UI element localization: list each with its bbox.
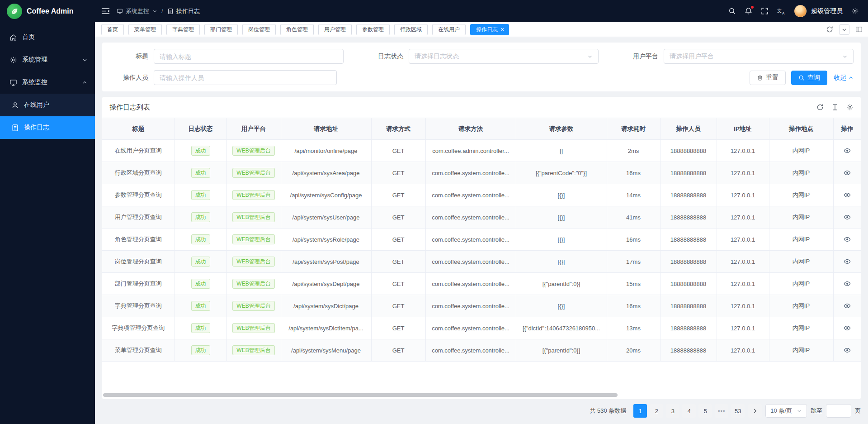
bell-icon[interactable] [745, 7, 752, 15]
table-row: 字典项管理分页查询成功WEB管理后台/api/system/sysDictIte… [102, 317, 861, 339]
view-detail-eye-icon[interactable] [844, 214, 851, 221]
cell-operator: 18888888888 [660, 251, 717, 273]
fullscreen-icon[interactable] [761, 7, 769, 15]
cell-actions [833, 184, 861, 206]
view-detail-eye-icon[interactable] [844, 347, 851, 354]
cell-request-url: /api/system/sysRole/page [281, 229, 371, 251]
search-icon[interactable] [728, 7, 736, 15]
tab-5[interactable]: 角色管理 [280, 24, 314, 35]
horizontal-scrollbar-thumb[interactable] [103, 393, 618, 397]
title-filter-label: 标题 [109, 52, 154, 61]
cell-request-params: [] [516, 140, 607, 162]
tab-2[interactable]: 字典管理 [166, 24, 200, 35]
collapse-toggle[interactable]: 收起 [834, 74, 854, 82]
next-page-button[interactable] [748, 404, 762, 418]
page-button-4[interactable]: 4 [682, 404, 696, 418]
column-header: 日志状态 [175, 118, 226, 140]
breadcrumb: 系统监控 / 操作日志 [117, 7, 200, 15]
platform-filter-select[interactable]: 请选择用户平台 [664, 49, 854, 64]
view-detail-eye-icon[interactable] [844, 302, 851, 310]
tab-9[interactable]: 在线用户 [432, 24, 466, 35]
search-button[interactable]: 查询 [791, 71, 827, 85]
status-badge: 成功 [191, 301, 210, 311]
operator-filter-input[interactable] [154, 70, 337, 85]
view-detail-eye-icon[interactable] [844, 258, 851, 265]
sidebar-item-1[interactable]: 系统管理 [0, 48, 95, 71]
jump-page-input[interactable] [826, 404, 851, 418]
cell-duration: 15ms [607, 273, 660, 295]
cell-operator: 18888888888 [660, 140, 717, 162]
tab-close-icon[interactable]: × [500, 26, 504, 33]
tab-menu-dropdown[interactable] [839, 24, 849, 35]
tab-bar-actions [826, 24, 863, 35]
status-filter-select[interactable]: 请选择日志状态 [409, 49, 599, 64]
sidebar-item-0[interactable]: 首页 [0, 26, 95, 48]
sidebar-item-3[interactable]: 在线用户 [0, 94, 95, 116]
platform-badge: WEB管理后台 [232, 279, 274, 289]
refresh-icon[interactable] [826, 26, 833, 33]
translate-icon[interactable]: 文A [777, 7, 786, 15]
page-button-3[interactable]: 3 [666, 404, 679, 418]
view-detail-eye-icon[interactable] [844, 236, 851, 243]
view-detail-eye-icon[interactable] [844, 191, 851, 199]
cell-duration: 16ms [607, 162, 660, 184]
sidebar-item-label: 系统管理 [22, 56, 82, 64]
layout-columns-icon[interactable] [855, 26, 863, 33]
tab-4[interactable]: 岗位管理 [242, 24, 276, 35]
sidebar-item-label: 首页 [22, 33, 88, 41]
pagination-ellipsis[interactable]: ••• [715, 404, 728, 418]
platform-badge: WEB管理后台 [232, 234, 274, 244]
chevron-right-icon [752, 408, 758, 414]
tab-0[interactable]: 首页 [101, 24, 124, 35]
tab-6[interactable]: 用户管理 [318, 24, 352, 35]
app-title: Coffee Admin [27, 7, 73, 15]
sidebar-item-4[interactable]: 操作日志 [0, 116, 95, 139]
chevron-up-icon [848, 75, 854, 81]
row-density-icon[interactable] [831, 104, 839, 111]
status-badge: 成功 [191, 279, 210, 289]
view-detail-eye-icon[interactable] [844, 169, 851, 176]
sidebar-item-2[interactable]: 系统监控 [0, 71, 95, 94]
refresh-icon[interactable] [816, 104, 824, 111]
cell-ip: 127.0.0.1 [717, 162, 769, 184]
status-badge: 成功 [191, 168, 210, 178]
page-button-2[interactable]: 2 [650, 404, 663, 418]
column-header: 请求地址 [281, 118, 371, 140]
platform-badge: WEB管理后台 [232, 345, 274, 355]
breadcrumb-section[interactable]: 系统监控 [117, 7, 157, 15]
username[interactable]: 超级管理员 [811, 7, 843, 15]
page-button-5[interactable]: 5 [698, 404, 712, 418]
column-header: 操作地点 [769, 118, 833, 140]
page-button-1[interactable]: 1 [633, 404, 647, 418]
cell-request-url: /api/system/sysArea/page [281, 162, 371, 184]
column-header: 标题 [102, 118, 175, 140]
settings-gear-icon[interactable] [851, 7, 859, 15]
tab-3[interactable]: 部门管理 [204, 24, 238, 35]
menu-fold-icon[interactable] [101, 7, 110, 15]
tab-1[interactable]: 菜单管理 [128, 24, 162, 35]
page-button-53[interactable]: 53 [731, 404, 745, 418]
reset-button[interactable]: 重置 [750, 71, 786, 85]
view-detail-eye-icon[interactable] [844, 324, 851, 332]
view-detail-eye-icon[interactable] [844, 280, 851, 287]
cell-ip: 127.0.0.1 [717, 317, 769, 339]
cell-request-method: GET [371, 140, 425, 162]
status-badge: 成功 [191, 323, 210, 333]
tab-7[interactable]: 参数管理 [356, 24, 390, 35]
chevron-down-icon [842, 54, 848, 59]
page-size-select[interactable]: 10 条/页 [765, 404, 807, 418]
title-filter-input[interactable] [154, 49, 344, 64]
content: 标题 日志状态 请选择日志状态 用户平台 请选择用户平台 [95, 37, 868, 424]
column-settings-icon[interactable] [846, 104, 854, 111]
avatar[interactable] [794, 5, 807, 17]
tab-10[interactable]: 操作日志× [470, 24, 509, 35]
cell-operator: 18888888888 [660, 229, 717, 251]
pagination-total: 共 530 条数据 [590, 407, 626, 415]
view-detail-eye-icon[interactable] [844, 147, 851, 154]
tab-8[interactable]: 行政区域 [394, 24, 428, 35]
cell-request-method: GET [371, 317, 425, 339]
title-filter-field: 标题 [109, 49, 364, 64]
platform-badge: WEB管理后台 [232, 323, 274, 333]
cell-request-params: [{}] [516, 295, 607, 317]
platform-badge: WEB管理后台 [232, 257, 274, 267]
